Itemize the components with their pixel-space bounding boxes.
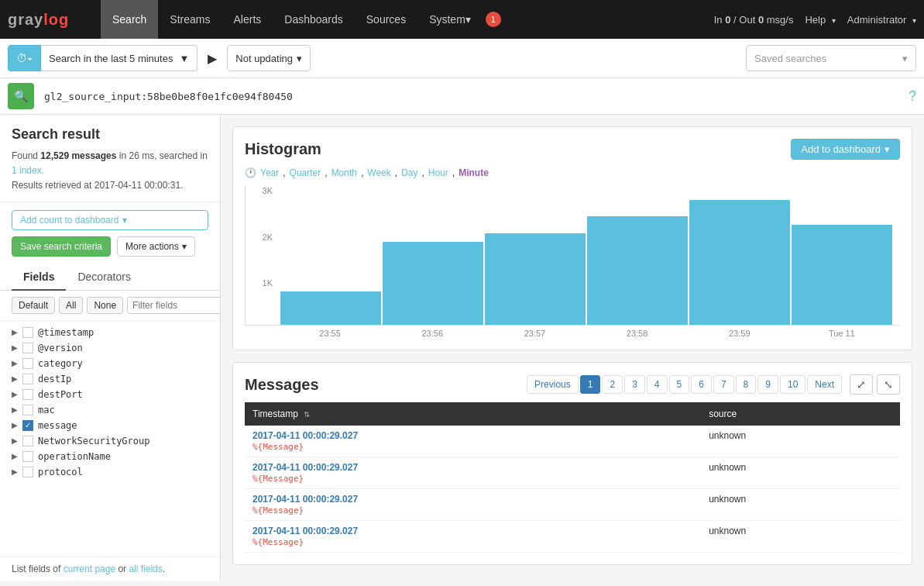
msg-timestamp-1[interactable]: 2017-04-11 00:00:29.027 — [252, 430, 693, 441]
expand-buttons: ⤢ ⤡ — [850, 374, 900, 395]
field-checkbox-protocol[interactable] — [22, 467, 33, 477]
page-2-button[interactable]: 2 — [602, 375, 623, 394]
filter-all-btn[interactable]: All — [59, 297, 83, 314]
field-checkbox-destport[interactable] — [22, 389, 33, 400]
page-3-button[interactable]: 3 — [624, 375, 645, 394]
page-4-button[interactable]: 4 — [647, 375, 668, 394]
logo[interactable]: graylog — [8, 11, 93, 29]
filter-default-btn[interactable]: Default — [12, 297, 55, 314]
nav-search[interactable]: Search — [101, 0, 158, 39]
msg-timestamp-3[interactable]: 2017-04-11 00:00:29.027 — [252, 494, 693, 505]
time-icon-btn[interactable]: ⏱▾ — [8, 45, 41, 71]
not-updating-caret: ▾ — [297, 53, 302, 64]
field-checkbox-destip[interactable] — [22, 374, 33, 384]
field-checkbox-message[interactable]: ✓ — [22, 420, 33, 431]
prev-page-button[interactable]: Previous — [527, 375, 579, 394]
expand-out-button[interactable]: ⤢ — [850, 374, 873, 395]
tab-decorators[interactable]: Decorators — [66, 264, 142, 291]
field-item-mac[interactable]: ▶mac — [0, 402, 220, 418]
time-hour[interactable]: Hour — [428, 167, 448, 178]
filter-fields-input[interactable] — [127, 297, 221, 314]
field-item-operationname[interactable]: ▶operationName — [0, 449, 220, 464]
main-content: Histogram Add to dashboard ▾ 🕐 Year, Qua… — [221, 115, 924, 581]
not-updating-dropdown[interactable]: Not updating ▾ — [227, 45, 311, 71]
page-5-button[interactable]: 5 — [669, 375, 690, 394]
histogram-chart: 3K 2K 1K — [245, 186, 900, 326]
field-arrow-5: ▶ — [12, 405, 18, 414]
all-fields-link[interactable]: all fields — [129, 564, 162, 574]
time-minute[interactable]: Minute — [459, 167, 489, 178]
field-item-message[interactable]: ▶✓message — [0, 418, 220, 433]
field-checkbox-mac[interactable] — [22, 405, 33, 415]
admin-menu[interactable]: Administrator ▾ — [847, 14, 916, 26]
table-row: 2017-04-11 00:00:29.027 %{Message} unkno… — [245, 457, 900, 489]
page-8-button[interactable]: 8 — [736, 375, 757, 394]
field-item-destport[interactable]: ▶destPort — [0, 387, 220, 402]
help-menu[interactable]: Help ▾ — [805, 14, 835, 26]
msg-template-1: %{Message} — [252, 442, 304, 452]
msg-timestamp-4[interactable]: 2017-04-11 00:00:29.027 — [252, 526, 693, 536]
next-page-button[interactable]: Next — [807, 375, 842, 394]
table-row: 2017-04-11 00:00:29.027 %{Message} unkno… — [245, 426, 900, 457]
page-10-button[interactable]: 10 — [780, 375, 805, 394]
sort-icon[interactable]: ⇅ — [304, 410, 310, 419]
nav-system[interactable]: System ▾ — [417, 0, 483, 39]
histogram-bar-tue11 — [792, 225, 892, 325]
field-arrow-9: ▶ — [12, 467, 18, 476]
page-7-button[interactable]: 7 — [713, 375, 734, 394]
bar-2359 — [689, 186, 790, 325]
field-checkbox-operationname[interactable] — [22, 451, 33, 462]
nav-alerts[interactable]: Alerts — [222, 0, 273, 39]
current-page-link[interactable]: current page — [64, 564, 115, 574]
filter-none-btn[interactable]: None — [87, 297, 123, 314]
query-help-icon[interactable]: ? — [909, 88, 916, 105]
save-search-criteria-button[interactable]: Save search criteria — [12, 236, 111, 257]
field-item-networksecuritygroup[interactable]: ▶NetworkSecurityGroup — [0, 433, 220, 449]
bar-2357 — [485, 186, 586, 325]
add-count-to-dashboard-button[interactable]: Add count to dashboard ▾ — [12, 210, 208, 230]
msg-template-3: %{Message} — [252, 505, 304, 515]
field-item--timestamp[interactable]: ▶@timestamp — [0, 325, 220, 340]
field-list: ▶@timestamp▶@version▶category▶destIp▶des… — [0, 321, 220, 557]
field-item--version[interactable]: ▶@version — [0, 340, 220, 356]
field-item-destip[interactable]: ▶destIp — [0, 371, 220, 387]
nav-right: In 0 / Out 0 msg/s Help ▾ Administrator … — [714, 14, 916, 26]
field-item-category[interactable]: ▶category — [0, 356, 220, 371]
time-year[interactable]: Year — [260, 167, 279, 178]
play-button[interactable]: ▶ — [204, 47, 221, 70]
add-count-caret: ▾ — [122, 215, 127, 226]
search-submit-button[interactable]: 🔍 — [8, 83, 34, 109]
msg-source-3: unknown — [701, 489, 900, 521]
field-item-protocol[interactable]: ▶protocol — [0, 464, 220, 480]
field-name-destport: destPort — [38, 389, 83, 400]
field-arrow-2: ▶ — [12, 359, 18, 367]
query-input[interactable] — [40, 83, 902, 109]
add-to-dashboard-button[interactable]: Add to dashboard ▾ — [791, 139, 900, 160]
time-week[interactable]: Week — [367, 167, 390, 178]
bar-tue11 — [792, 186, 892, 325]
col-timestamp: Timestamp ⇅ — [245, 402, 701, 426]
time-day[interactable]: Day — [401, 167, 417, 178]
page-9-button[interactable]: 9 — [757, 375, 778, 394]
more-actions-button[interactable]: More actions ▾ — [117, 236, 195, 257]
table-row: 2017-04-11 00:00:29.027 %{Message} unkno… — [245, 489, 900, 521]
time-month[interactable]: Month — [331, 167, 357, 178]
field-checkbox-category[interactable] — [22, 358, 33, 369]
field-checkbox-networksecuritygroup[interactable] — [22, 436, 33, 446]
field-name-@version: @version — [38, 343, 83, 353]
msg-timestamp-2[interactable]: 2017-04-11 00:00:29.027 — [252, 462, 693, 473]
time-range-select[interactable]: Search in the last 5 minutes ▼ — [41, 45, 198, 71]
time-quarter[interactable]: Quarter — [290, 167, 321, 178]
expand-in-button[interactable]: ⤡ — [877, 374, 900, 395]
nav-dashboards[interactable]: Dashboards — [273, 0, 355, 39]
tab-fields[interactable]: Fields — [12, 264, 66, 291]
nav-sources[interactable]: Sources — [355, 0, 417, 39]
saved-searches-dropdown[interactable]: Saved searches ▾ — [746, 45, 916, 71]
index-link[interactable]: 1 index. — [12, 165, 44, 176]
field-checkbox-@version[interactable] — [22, 343, 33, 353]
nav-streams[interactable]: Streams — [158, 0, 222, 39]
page-1-button[interactable]: 1 — [580, 375, 601, 394]
time-selector[interactable]: ⏱▾ Search in the last 5 minutes ▼ — [8, 45, 198, 71]
field-checkbox-@timestamp[interactable] — [22, 327, 33, 338]
page-6-button[interactable]: 6 — [691, 375, 712, 394]
